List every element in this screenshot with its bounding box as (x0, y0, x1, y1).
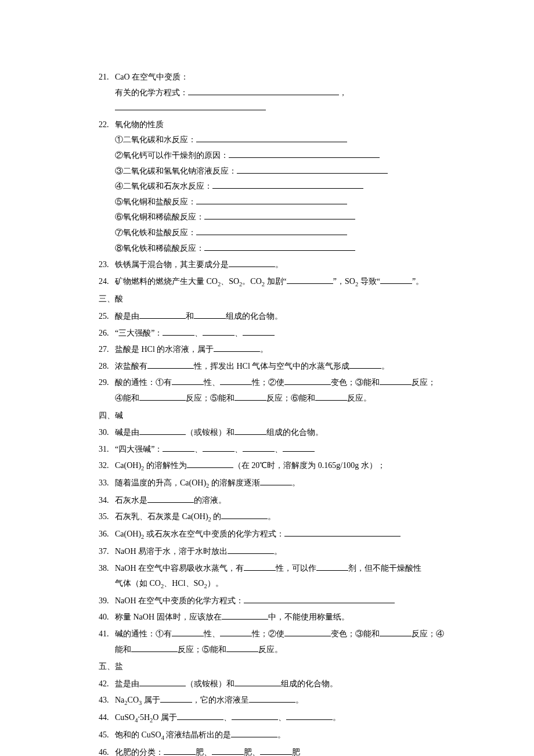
question-item: 44.CuSO4·5H2O 属于、、。 (99, 710, 450, 726)
fill-blank[interactable] (212, 746, 244, 755)
fill-blank[interactable] (237, 165, 388, 174)
fill-blank[interactable] (287, 275, 333, 284)
fill-blank[interactable] (316, 562, 348, 571)
fill-blank[interactable] (160, 694, 192, 703)
fill-blank[interactable] (229, 149, 380, 158)
fill-blank[interactable] (244, 562, 276, 571)
fill-blank[interactable] (243, 327, 275, 336)
question-number: 44. (99, 710, 115, 726)
question-body: 氧化物的性质①二氧化碳和水反应：②氧化钙可以作干燥剂的原因：③二氧化碳和氢氧化钠… (115, 117, 450, 256)
question-line: 石灰乳、石灰浆是 Ca(OH)2 的。 (115, 509, 450, 525)
fill-blank[interactable] (286, 711, 333, 720)
fill-blank[interactable] (139, 310, 186, 319)
question-line: ④能和反应；⑤能和反应；⑥能和反应。 (115, 391, 450, 406)
question-number: 45. (99, 728, 115, 744)
fill-blank[interactable] (284, 628, 331, 636)
question-body: 矿物燃料的燃烧产生大量 CO2、SO2。CO2 加剧“”，SO2 导致“”。 (115, 274, 450, 290)
question-line: ⑧氧化铁和稀硫酸反应： (115, 241, 450, 257)
fill-blank[interactable] (380, 376, 412, 385)
fill-blank[interactable] (139, 392, 186, 401)
question-line: 能和反应；⑤能和反应。 (115, 642, 450, 658)
fill-blank[interactable] (187, 459, 233, 468)
fill-blank[interactable] (163, 443, 194, 452)
fill-blank[interactable] (204, 242, 355, 251)
fill-blank[interactable] (260, 477, 292, 485)
fill-blank[interactable] (380, 628, 412, 636)
question-body: NaOH 在空气中变质的化学方程式： (115, 593, 450, 609)
question-item: 24.矿物燃料的燃烧产生大量 CO2、SO2。CO2 加剧“”，SO2 导致“”… (99, 274, 450, 290)
fill-blank[interactable] (220, 628, 252, 636)
fill-blank[interactable] (147, 360, 194, 369)
question-line: 浓盐酸有性，挥发出 HCl 气体与空气中的水蒸气形成。 (115, 359, 450, 375)
fill-blank[interactable] (131, 643, 178, 652)
fill-blank[interactable] (203, 443, 234, 452)
question-number: 24. (99, 274, 115, 290)
question-item: 26.“三大强酸”：、、 (99, 326, 450, 341)
fill-blank[interactable] (172, 628, 204, 636)
fill-blank[interactable] (147, 494, 194, 503)
fill-blank[interactable] (231, 729, 277, 737)
document-page: 21.CaO 在空气中变质：有关的化学方程式：，22.氧化物的性质①二氧化碳和水… (0, 0, 534, 756)
question-item: 23.铁锈属于混合物，其主要成分是。 (99, 257, 450, 273)
fill-blank[interactable] (196, 196, 347, 204)
question-body: CaO 在空气中变质：有关的化学方程式：， (115, 70, 450, 116)
fill-blank[interactable] (284, 528, 400, 537)
question-body: 酸是由和组成的化合物。 (115, 309, 450, 325)
question-body: 化肥的分类：肥、肥、肥 (115, 745, 450, 756)
fill-blank[interactable] (139, 426, 186, 435)
fill-blank[interactable] (196, 134, 347, 142)
fill-blank[interactable] (283, 443, 315, 452)
question-number: 32. (99, 458, 115, 474)
question-body: 酸的通性：①有性、性；②使变色；③能和反应；④能和反应；⑤能和反应；⑥能和反应。 (115, 375, 450, 406)
fill-blank[interactable] (244, 595, 395, 603)
fill-blank[interactable] (212, 180, 363, 189)
fill-blank[interactable] (188, 87, 339, 95)
question-item: 35.石灰乳、石灰浆是 Ca(OH)2 的。 (99, 509, 450, 525)
fill-blank[interactable] (226, 643, 258, 652)
question-item: 30.碱是由（或铵根）和组成的化合物。 (99, 425, 450, 441)
fill-blank[interactable] (220, 376, 252, 385)
fill-blank[interactable] (194, 310, 226, 319)
fill-blank[interactable] (204, 211, 355, 219)
fill-blank[interactable] (234, 392, 266, 401)
fill-blank[interactable] (196, 226, 347, 235)
question-line: 氧化物的性质 (115, 117, 450, 133)
fill-blank[interactable] (164, 746, 196, 755)
fill-blank[interactable] (222, 611, 268, 620)
fill-blank[interactable] (229, 258, 275, 267)
fill-blank[interactable] (260, 746, 292, 755)
question-line: 盐酸是 HCl 的水溶液，属于。 (115, 342, 450, 358)
fill-blank[interactable] (115, 102, 266, 110)
question-item: 37.NaOH 易溶于水，溶于水时放出。 (99, 544, 450, 560)
question-number: 31. (99, 442, 115, 458)
question-line: Na2CO3 属于，它的水溶液呈。 (115, 693, 450, 709)
fill-blank[interactable] (234, 678, 281, 686)
question-item: 27.盐酸是 HCl 的水溶液，属于。 (99, 342, 450, 358)
fill-blank[interactable] (221, 510, 268, 519)
fill-blank[interactable] (243, 443, 275, 452)
fill-blank[interactable] (249, 694, 295, 703)
question-body: NaOH 在空气中容易吸收水蒸气，有性，可以作剂，但不能干燥酸性气体（如 CO2… (115, 561, 450, 592)
question-line: 铁锈属于混合物，其主要成分是。 (115, 257, 450, 273)
question-number: 37. (99, 544, 115, 560)
fill-blank[interactable] (203, 327, 234, 336)
fill-blank[interactable] (172, 376, 204, 385)
question-body: 随着温度的升高，Ca(OH)2 的溶解度逐渐。 (115, 476, 450, 492)
fill-blank[interactable] (163, 327, 194, 336)
fill-blank[interactable] (228, 545, 274, 554)
fill-blank[interactable] (139, 678, 186, 686)
question-line: Ca(OH)2 或石灰水在空气中变质的化学方程式： (115, 527, 450, 543)
fill-blank[interactable] (315, 392, 347, 401)
question-line: NaOH 在空气中容易吸收水蒸气，有性，可以作剂，但不能干燥酸性 (115, 561, 450, 577)
question-item: 31.“四大强碱”：、、、 (99, 442, 450, 458)
section-heading: 四、碱 (99, 408, 450, 424)
fill-blank[interactable] (177, 711, 223, 720)
fill-blank[interactable] (232, 711, 278, 720)
fill-blank[interactable] (234, 426, 266, 435)
fill-blank[interactable] (284, 376, 331, 385)
fill-blank[interactable] (380, 275, 412, 284)
fill-blank[interactable] (214, 343, 260, 352)
question-line: 有关的化学方程式：， (115, 85, 450, 116)
question-line: CaO 在空气中变质： (115, 70, 450, 85)
fill-blank[interactable] (349, 360, 381, 369)
